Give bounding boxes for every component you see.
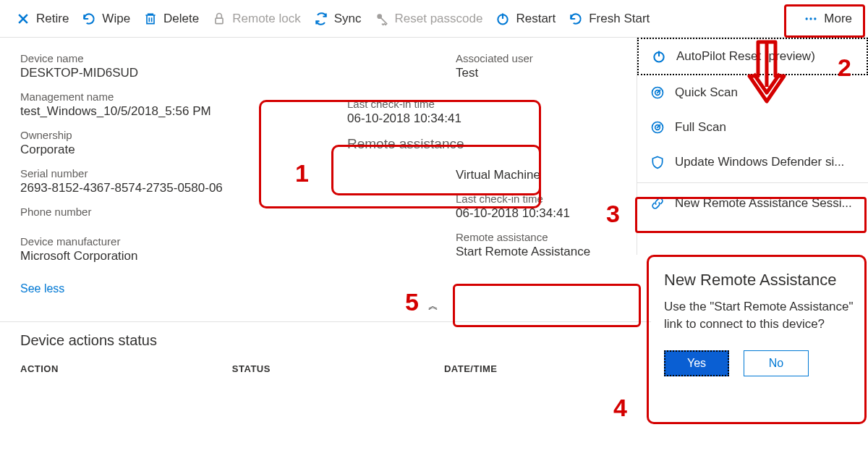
device-name-label: Device name xyxy=(20,52,456,64)
menu-update-defender[interactable]: Update Windows Defender si... xyxy=(637,145,868,180)
associated-user-link[interactable]: Test xyxy=(456,66,644,80)
remote-assistance-label: Remote assistance xyxy=(347,136,644,152)
manufacturer-label: Device manufacturer xyxy=(20,235,456,248)
restart-label: Restart xyxy=(516,12,556,26)
sync-icon xyxy=(314,12,328,26)
start-remote-assistance-link[interactable]: Start Remote Assistance xyxy=(456,245,644,259)
annotation-num-4: 4 xyxy=(613,394,627,422)
checkin-label-2: Last check-in time xyxy=(456,193,644,205)
see-less-link[interactable]: See less xyxy=(20,282,64,295)
more-dots-icon xyxy=(804,12,818,26)
delete-label: Delete xyxy=(163,12,199,26)
remote-assistance-field-1: Remote assistance xyxy=(347,136,644,152)
power-icon xyxy=(652,49,666,64)
link-icon xyxy=(650,196,665,211)
serial-number-field: Serial number 2693-8152-4367-8574-2735-0… xyxy=(20,167,456,195)
reset-passcode-label: Reset passcode xyxy=(395,12,483,26)
more-menu: AutoPilot Reset (preview) Quick Scan Ful… xyxy=(637,38,868,255)
retire-label: Retire xyxy=(36,12,69,26)
retire-button[interactable]: Retire xyxy=(16,12,69,26)
checkin-field-2: Last check-in time 06-10-2018 10:34:41 xyxy=(456,193,644,221)
shield-icon xyxy=(650,155,665,169)
trash-icon xyxy=(143,12,158,26)
dialog-yes-button[interactable]: Yes xyxy=(664,350,729,376)
undo-icon xyxy=(82,12,96,26)
menu-quick-scan[interactable]: Quick Scan xyxy=(637,75,868,110)
device-model-value: Virtual Machine xyxy=(456,168,644,182)
col-status: STATUS xyxy=(232,363,271,374)
menu-autopilot-reset[interactable]: AutoPilot Reset (preview) xyxy=(637,38,868,75)
manufacturer-field: Device manufacturer Microsoft Corporatio… xyxy=(20,235,456,263)
checkin-field: Last check-in time 06-10-2018 10:34:41 xyxy=(347,98,644,126)
menu-new-remote-label: New Remote Assistance Sessi... xyxy=(675,196,852,211)
menu-quick-scan-label: Quick Scan xyxy=(675,85,738,100)
col-datetime: DATE/TIME xyxy=(444,363,498,374)
svg-point-3 xyxy=(806,17,808,20)
device-model-field: Virtual Machine xyxy=(456,168,644,182)
phone-number-label: Phone number xyxy=(20,206,456,218)
phone-number-field: Phone number xyxy=(20,206,456,218)
checkin-value-2: 06-10-2018 10:34:41 xyxy=(456,206,644,221)
dialog-no-button[interactable]: No xyxy=(744,350,809,376)
checkin-label: Last check-in time xyxy=(347,98,644,110)
lock-icon xyxy=(212,12,226,26)
svg-point-4 xyxy=(810,17,812,20)
serial-number-label: Serial number xyxy=(20,167,456,180)
reset-passcode-button: Reset passcode xyxy=(375,12,483,26)
wipe-button[interactable]: Wipe xyxy=(82,12,130,26)
associated-user-label: Associated user xyxy=(456,52,644,64)
undo-icon xyxy=(569,12,583,26)
more-label: More xyxy=(824,12,852,26)
wipe-label: Wipe xyxy=(102,12,130,26)
device-name-value: DESKTOP-MID6SUD xyxy=(20,66,456,80)
remote-lock-label: Remote lock xyxy=(232,12,300,26)
menu-autopilot-label: AutoPilot Reset (preview) xyxy=(676,49,815,64)
col-action: ACTION xyxy=(20,363,59,374)
restart-button[interactable]: Restart xyxy=(495,12,556,26)
more-button[interactable]: More xyxy=(804,12,852,26)
dialog-body: Use the "Start Remote Assistance" link t… xyxy=(664,298,856,333)
device-name-field: Device name DESKTOP-MID6SUD xyxy=(20,52,456,80)
target-icon xyxy=(650,85,665,100)
power-icon xyxy=(495,12,510,26)
checkin-value: 06-10-2018 10:34:41 xyxy=(347,111,644,126)
menu-update-defender-label: Update Windows Defender si... xyxy=(675,155,844,169)
manufacturer-value: Microsoft Corporation xyxy=(20,249,456,263)
toolbar: Retire Wipe Delete Remote lock Sync Rese… xyxy=(0,0,868,38)
associated-user-field: Associated user Test xyxy=(456,52,644,80)
confirm-dialog: New Remote Assistance Use the "Start Rem… xyxy=(651,261,868,392)
sync-label: Sync xyxy=(334,12,362,26)
remote-assistance-field-2: Remote assistance Start Remote Assistanc… xyxy=(456,231,644,259)
serial-number-value: 2693-8152-4367-8574-2735-0580-06 xyxy=(20,181,456,195)
key-icon xyxy=(375,12,389,26)
dialog-title: New Remote Assistance xyxy=(664,271,856,290)
menu-full-scan[interactable]: Full Scan xyxy=(637,110,868,145)
svg-point-5 xyxy=(814,17,816,20)
menu-full-scan-label: Full Scan xyxy=(675,120,726,135)
remote-assistance-label-2: Remote assistance xyxy=(456,231,644,243)
close-x-icon xyxy=(16,12,30,26)
fresh-start-label: Fresh Start xyxy=(589,12,650,26)
fresh-start-button[interactable]: Fresh Start xyxy=(569,12,650,26)
svg-rect-0 xyxy=(216,18,223,23)
remote-lock-button: Remote lock xyxy=(212,12,300,26)
menu-new-remote-assistance[interactable]: New Remote Assistance Sessi... xyxy=(637,186,868,221)
target-icon xyxy=(650,120,665,135)
delete-button[interactable]: Delete xyxy=(143,12,199,26)
sync-button[interactable]: Sync xyxy=(314,12,362,26)
